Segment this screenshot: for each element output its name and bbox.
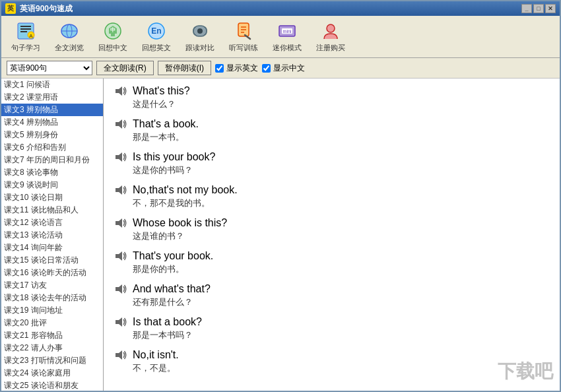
sentence-english-6: That's your book. (133, 250, 213, 262)
sidebar-item-3[interactable]: 课文3 辨别物品 (1, 104, 103, 116)
mini-mode-label: 迷你模式 (273, 43, 302, 53)
svg-text:En: En (151, 26, 161, 36)
show-chinese-label[interactable]: 显示中文 (273, 63, 305, 74)
svg-marker-32 (116, 350, 122, 360)
svg-rect-2 (20, 28, 31, 30)
show-chinese-checkbox[interactable] (262, 64, 271, 73)
sentence-en-row-3: Is this your book? (114, 151, 549, 163)
sentence-en-row-8: Is that a book? (114, 316, 549, 328)
sidebar-item-5[interactable]: 课文5 辨别身份 (1, 129, 103, 141)
svg-marker-25 (116, 119, 122, 129)
show-chinese-group: 显示中文 (262, 63, 305, 74)
speaker-button-7[interactable] (114, 284, 127, 294)
speaker-button-4[interactable] (114, 185, 127, 195)
recall-cn-label: 回想中文 (98, 43, 127, 53)
sentence-block-6: That's your book.那是你的书。 (114, 250, 549, 275)
sentence-en-row-6: That's your book. (114, 250, 549, 262)
sidebar-item-19[interactable]: 课文19 询问地址 (1, 304, 103, 317)
full-browse-button[interactable]: 全文浏览 (50, 18, 88, 55)
svg-text:A: A (29, 33, 33, 39)
sentence-study-button[interactable]: A 句子学习 (7, 18, 45, 55)
sidebar-item-9[interactable]: 课文9 谈说时间 (1, 179, 103, 191)
speaker-button-1[interactable] (114, 86, 127, 96)
sidebar-item-25[interactable]: 课文25 谈论语和朋友 (1, 379, 103, 391)
sidebar-item-15[interactable]: 课文15 谈论日常活动 (1, 254, 103, 267)
main-window: 英 英语900句速成 _ □ ✕ A 句子学习 (0, 0, 561, 392)
speaker-button-5[interactable] (114, 218, 127, 228)
sentence-en-row-4: No,that's not my book. (114, 184, 549, 196)
sidebar-item-11[interactable]: 课文11 谈比物品和人 (1, 204, 103, 216)
sidebar-item-20[interactable]: 课文20 批评 (1, 317, 103, 329)
recall-en-button[interactable]: En 回想英文 (137, 18, 176, 55)
sidebar-item-7[interactable]: 课文7 年历的周日和月份 (1, 154, 103, 166)
recall-en-icon: En (146, 20, 167, 42)
sidebar-item-8[interactable]: 课文8 谈论事物 (1, 166, 103, 179)
svg-marker-28 (116, 218, 122, 228)
close-button[interactable]: ✕ (545, 4, 556, 13)
recall-cn-button[interactable]: 中 回想中文 (94, 18, 132, 55)
follow-read-icon (189, 20, 211, 42)
sentence-en-row-7: And what's that? (114, 283, 549, 295)
sentence-block-8: Is that a book?那是一本书吗？ (114, 316, 549, 341)
sentence-en-row-5: Whose book is this? (114, 217, 549, 229)
mini-mode-button[interactable]: mini 迷你模式 (268, 18, 306, 55)
svg-text:中: 中 (110, 27, 116, 33)
sentence-block-7: And what's that?还有那是什么？ (114, 283, 549, 308)
speaker-button-6[interactable] (114, 251, 127, 261)
speaker-button-9[interactable] (114, 350, 127, 360)
svg-point-23 (327, 24, 335, 32)
sidebar-item-13[interactable]: 课文13 谈论活动 (1, 229, 103, 242)
svg-marker-24 (116, 86, 122, 96)
maximize-button[interactable]: □ (533, 4, 544, 13)
speaker-button-3[interactable] (114, 152, 127, 162)
follow-read-button[interactable]: 跟读对比 (181, 18, 219, 55)
sidebar: 课文1 问候语课文2 课堂用语课文3 辨别物品课文4 辨别物品课文5 辨别身份课… (1, 79, 104, 391)
full-browse-label: 全文浏览 (55, 43, 84, 53)
course-dropdown[interactable]: 英语900句 (7, 61, 92, 75)
watermark: 下载吧 (498, 359, 553, 384)
sentence-study-icon: A (15, 20, 36, 42)
sidebar-item-10[interactable]: 课文10 谈论日期 (1, 191, 103, 204)
sidebar-item-18[interactable]: 课文18 谈论去年的活动 (1, 292, 103, 304)
svg-rect-10 (111, 34, 115, 36)
sidebar-item-23[interactable]: 课文23 打听情况和问题 (1, 354, 103, 367)
content-area: What's this?这是什么？ That's a book.那是一本书。 I… (104, 79, 560, 391)
pause-read-button[interactable]: 暂停朗读(I) (158, 61, 211, 75)
sentence-chinese-5: 这是谁的书？ (133, 230, 549, 242)
register-label: 注册购买 (316, 43, 345, 53)
full-read-button[interactable]: 全文朗读(R) (96, 61, 154, 75)
sidebar-item-12[interactable]: 课文12 谈论语言 (1, 216, 103, 229)
show-english-checkbox[interactable] (215, 64, 224, 73)
sidebar-item-6[interactable]: 课文6 介绍和告别 (1, 141, 103, 154)
sentence-english-3: Is this your book? (133, 151, 215, 163)
sidebar-item-1[interactable]: 课文1 问候语 (1, 79, 103, 91)
sidebar-item-4[interactable]: 课文4 辨别物品 (1, 116, 103, 129)
show-english-label[interactable]: 显示英文 (226, 63, 258, 74)
sidebar-item-16[interactable]: 课文16 谈论昨天的活动 (1, 267, 103, 279)
sentence-study-label: 句子学习 (11, 43, 40, 53)
minimize-button[interactable]: _ (521, 4, 532, 13)
listen-test-button[interactable]: 听写训练 (224, 18, 263, 55)
speaker-button-8[interactable] (114, 317, 127, 327)
sidebar-item-24[interactable]: 课文24 谈论家庭用 (1, 367, 103, 379)
sentence-block-9: No,it isn't.不，不是。 (114, 349, 549, 374)
sentence-chinese-4: 不，那不是我的书。 (133, 197, 549, 209)
register-button[interactable]: 注册购买 (312, 18, 350, 55)
sidebar-item-14[interactable]: 课文14 询问年龄 (1, 242, 103, 254)
speaker-button-2[interactable] (114, 119, 127, 129)
sidebar-item-17[interactable]: 课文17 访友 (1, 279, 103, 292)
sidebar-item-22[interactable]: 课文22 请人办事 (1, 342, 103, 354)
sentence-en-row-2: That's a book. (114, 118, 549, 130)
sidebar-item-2[interactable]: 课文2 课堂用语 (1, 91, 103, 104)
sentence-block-3: Is this your book?这是你的书吗？ (114, 151, 549, 176)
sentence-english-2: That's a book. (133, 118, 199, 130)
sentence-chinese-2: 那是一本书。 (133, 131, 549, 143)
main-content: 课文1 问候语课文2 课堂用语课文3 辨别物品课文4 辨别物品课文5 辨别身份课… (1, 79, 560, 391)
sentence-chinese-1: 这是什么？ (133, 98, 549, 110)
secondary-toolbar: 英语900句 全文朗读(R) 暂停朗读(I) 显示英文 显示中文 (1, 58, 560, 79)
sentence-english-7: And what's that? (133, 283, 211, 295)
sidebar-item-21[interactable]: 课文21 形容物品 (1, 329, 103, 342)
sentence-block-4: No,that's not my book.不，那不是我的书。 (114, 184, 549, 209)
svg-marker-27 (116, 185, 122, 195)
listen-test-label: 听写训练 (229, 43, 258, 53)
